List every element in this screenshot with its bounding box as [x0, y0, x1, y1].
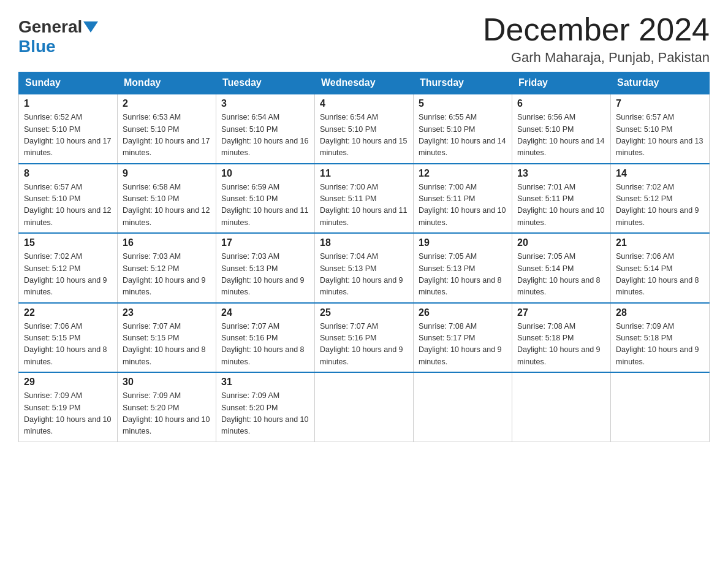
day-number: 7 — [616, 98, 704, 109]
calendar-cell: 2Sunrise: 6:53 AMSunset: 5:10 PMDaylight… — [118, 94, 216, 164]
calendar-cell: 6Sunrise: 6:56 AMSunset: 5:10 PMDaylight… — [512, 94, 611, 164]
week-row-3: 15Sunrise: 7:02 AMSunset: 5:12 PMDayligh… — [19, 233, 710, 303]
calendar-cell: 29Sunrise: 7:09 AMSunset: 5:19 PMDayligh… — [19, 372, 118, 442]
day-number: 12 — [419, 168, 507, 179]
calendar-cell: 25Sunrise: 7:07 AMSunset: 5:16 PMDayligh… — [315, 303, 414, 373]
calendar-cell: 8Sunrise: 6:57 AMSunset: 5:10 PMDaylight… — [19, 164, 118, 234]
weekday-header-sunday: Sunday — [19, 72, 118, 94]
calendar-cell: 26Sunrise: 7:08 AMSunset: 5:17 PMDayligh… — [414, 303, 512, 373]
weekday-header-saturday: Saturday — [611, 72, 710, 94]
calendar-cell: 10Sunrise: 6:59 AMSunset: 5:10 PMDayligh… — [216, 164, 315, 234]
day-number: 2 — [123, 98, 211, 109]
calendar-cell — [611, 372, 710, 442]
calendar-cell: 18Sunrise: 7:04 AMSunset: 5:13 PMDayligh… — [315, 233, 414, 303]
day-number: 21 — [616, 237, 704, 248]
day-info: Sunrise: 7:09 AMSunset: 5:20 PMDaylight:… — [221, 390, 309, 438]
logo-arrow-icon — [83, 21, 98, 33]
day-info: Sunrise: 7:07 AMSunset: 5:15 PMDaylight:… — [123, 321, 211, 369]
calendar-cell: 17Sunrise: 7:03 AMSunset: 5:13 PMDayligh… — [216, 233, 315, 303]
day-number: 31 — [221, 377, 309, 388]
calendar-table: SundayMondayTuesdayWednesdayThursdayFrid… — [18, 72, 710, 442]
day-number: 28 — [616, 307, 704, 318]
day-info: Sunrise: 7:06 AMSunset: 5:15 PMDaylight:… — [24, 321, 112, 369]
day-info: Sunrise: 7:09 AMSunset: 5:19 PMDaylight:… — [24, 390, 112, 438]
day-number: 4 — [320, 98, 408, 109]
day-info: Sunrise: 7:03 AMSunset: 5:13 PMDaylight:… — [221, 251, 309, 299]
page-header: General Blue December 2024 Garh Maharaja… — [18, 12, 710, 66]
day-number: 5 — [419, 98, 507, 109]
calendar-cell: 21Sunrise: 7:06 AMSunset: 5:14 PMDayligh… — [611, 233, 710, 303]
day-number: 29 — [24, 377, 112, 388]
calendar-cell: 12Sunrise: 7:00 AMSunset: 5:11 PMDayligh… — [414, 164, 512, 234]
day-number: 1 — [24, 98, 112, 109]
calendar-cell: 22Sunrise: 7:06 AMSunset: 5:15 PMDayligh… — [19, 303, 118, 373]
day-info: Sunrise: 6:54 AMSunset: 5:10 PMDaylight:… — [320, 112, 408, 159]
day-info: Sunrise: 7:07 AMSunset: 5:16 PMDaylight:… — [221, 321, 309, 369]
day-info: Sunrise: 7:05 AMSunset: 5:14 PMDaylight:… — [517, 251, 605, 299]
day-info: Sunrise: 7:00 AMSunset: 5:11 PMDaylight:… — [320, 182, 408, 229]
day-number: 23 — [123, 307, 211, 318]
week-row-4: 22Sunrise: 7:06 AMSunset: 5:15 PMDayligh… — [19, 303, 710, 373]
day-info: Sunrise: 7:02 AMSunset: 5:12 PMDaylight:… — [616, 182, 704, 229]
day-info: Sunrise: 7:08 AMSunset: 5:17 PMDaylight:… — [419, 321, 507, 369]
day-info: Sunrise: 7:06 AMSunset: 5:14 PMDaylight:… — [616, 251, 704, 299]
calendar-cell: 15Sunrise: 7:02 AMSunset: 5:12 PMDayligh… — [19, 233, 118, 303]
weekday-header-tuesday: Tuesday — [216, 72, 315, 94]
day-number: 30 — [123, 377, 211, 388]
day-number: 13 — [517, 168, 605, 179]
calendar-cell: 30Sunrise: 7:09 AMSunset: 5:20 PMDayligh… — [118, 372, 216, 442]
logo: General Blue — [18, 17, 99, 56]
calendar-cell: 4Sunrise: 6:54 AMSunset: 5:10 PMDaylight… — [315, 94, 414, 164]
day-number: 20 — [517, 237, 605, 248]
month-title: December 2024 — [483, 12, 710, 47]
day-info: Sunrise: 7:08 AMSunset: 5:18 PMDaylight:… — [517, 321, 605, 369]
calendar-cell: 31Sunrise: 7:09 AMSunset: 5:20 PMDayligh… — [216, 372, 315, 442]
calendar-cell: 1Sunrise: 6:52 AMSunset: 5:10 PMDaylight… — [19, 94, 118, 164]
calendar-cell: 19Sunrise: 7:05 AMSunset: 5:13 PMDayligh… — [414, 233, 512, 303]
day-number: 8 — [24, 168, 112, 179]
day-info: Sunrise: 6:52 AMSunset: 5:10 PMDaylight:… — [24, 112, 112, 159]
day-number: 16 — [123, 237, 211, 248]
day-info: Sunrise: 7:07 AMSunset: 5:16 PMDaylight:… — [320, 321, 408, 369]
day-info: Sunrise: 7:09 AMSunset: 5:20 PMDaylight:… — [123, 390, 211, 438]
week-row-1: 1Sunrise: 6:52 AMSunset: 5:10 PMDaylight… — [19, 94, 710, 164]
day-info: Sunrise: 7:00 AMSunset: 5:11 PMDaylight:… — [419, 182, 507, 229]
weekday-header-monday: Monday — [118, 72, 216, 94]
calendar-cell: 13Sunrise: 7:01 AMSunset: 5:11 PMDayligh… — [512, 164, 611, 234]
weekday-header-wednesday: Wednesday — [315, 72, 414, 94]
calendar-cell: 20Sunrise: 7:05 AMSunset: 5:14 PMDayligh… — [512, 233, 611, 303]
calendar-cell: 9Sunrise: 6:58 AMSunset: 5:10 PMDaylight… — [118, 164, 216, 234]
day-info: Sunrise: 6:58 AMSunset: 5:10 PMDaylight:… — [123, 182, 211, 229]
day-number: 26 — [419, 307, 507, 318]
title-block: December 2024 Garh Maharaja, Punjab, Pak… — [483, 12, 710, 66]
day-info: Sunrise: 6:57 AMSunset: 5:10 PMDaylight:… — [24, 182, 112, 229]
calendar-cell: 16Sunrise: 7:03 AMSunset: 5:12 PMDayligh… — [118, 233, 216, 303]
calendar-cell: 11Sunrise: 7:00 AMSunset: 5:11 PMDayligh… — [315, 164, 414, 234]
calendar-cell: 23Sunrise: 7:07 AMSunset: 5:15 PMDayligh… — [118, 303, 216, 373]
day-info: Sunrise: 6:57 AMSunset: 5:10 PMDaylight:… — [616, 112, 704, 159]
calendar-cell — [414, 372, 512, 442]
day-info: Sunrise: 6:56 AMSunset: 5:10 PMDaylight:… — [517, 112, 605, 159]
day-info: Sunrise: 7:01 AMSunset: 5:11 PMDaylight:… — [517, 182, 605, 229]
weekday-header-friday: Friday — [512, 72, 611, 94]
day-info: Sunrise: 7:02 AMSunset: 5:12 PMDaylight:… — [24, 251, 112, 299]
calendar-cell: 5Sunrise: 6:55 AMSunset: 5:10 PMDaylight… — [414, 94, 512, 164]
weekday-header-row: SundayMondayTuesdayWednesdayThursdayFrid… — [19, 72, 710, 94]
calendar-cell — [512, 372, 611, 442]
day-number: 19 — [419, 237, 507, 248]
weekday-header-thursday: Thursday — [414, 72, 512, 94]
location-text: Garh Maharaja, Punjab, Pakistan — [483, 50, 710, 66]
day-number: 17 — [221, 237, 309, 248]
day-number: 15 — [24, 237, 112, 248]
week-row-2: 8Sunrise: 6:57 AMSunset: 5:10 PMDaylight… — [19, 164, 710, 234]
day-number: 10 — [221, 168, 309, 179]
day-number: 6 — [517, 98, 605, 109]
calendar-cell: 3Sunrise: 6:54 AMSunset: 5:10 PMDaylight… — [216, 94, 315, 164]
calendar-cell: 27Sunrise: 7:08 AMSunset: 5:18 PMDayligh… — [512, 303, 611, 373]
day-number: 3 — [221, 98, 309, 109]
day-number: 25 — [320, 307, 408, 318]
calendar-cell: 28Sunrise: 7:09 AMSunset: 5:18 PMDayligh… — [611, 303, 710, 373]
day-number: 24 — [221, 307, 309, 318]
week-row-5: 29Sunrise: 7:09 AMSunset: 5:19 PMDayligh… — [19, 372, 710, 442]
day-info: Sunrise: 6:53 AMSunset: 5:10 PMDaylight:… — [123, 112, 211, 159]
